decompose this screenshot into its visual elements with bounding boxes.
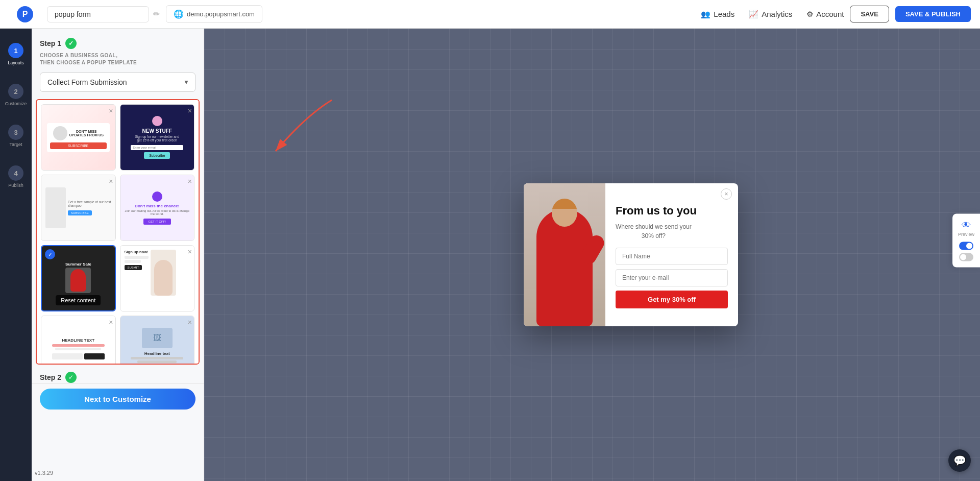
step-circle-4: 4 (8, 165, 23, 181)
preview-eye-icon: 👁 (962, 220, 971, 231)
template-card-6[interactable]: Sign up now! SUBMIT × (120, 245, 195, 311)
nav-analytics[interactable]: 📈 Analytics (749, 10, 792, 19)
step1-header: Step 1 ✓ (40, 38, 195, 49)
preview-toggle-2[interactable] (959, 253, 973, 261)
templates-grid: DON'T MISSUPDATES FROM US SUBSCRIBE × NE… (36, 99, 200, 365)
leads-icon: 👥 (701, 10, 710, 19)
step-panel: Step 1 ✓ CHOOSE A BUSINESS GOAL,THEN CHO… (32, 29, 204, 481)
step1-done-badge: ✓ (65, 38, 77, 49)
step-label-2: Customize (5, 101, 27, 106)
template-card-5[interactable]: Summer Sale ✓ Reset content (41, 245, 116, 311)
step1-title: Step 1 (40, 39, 61, 47)
step-nav-item-3[interactable]: 3 Target (0, 115, 32, 156)
popup-modal: × From us to you Where should we send yo… (524, 183, 738, 326)
analytics-icon: 📈 (749, 10, 758, 19)
arrow-annotation (245, 95, 347, 161)
nav-leads[interactable]: 👥 Leads (701, 10, 734, 19)
template-close-1[interactable]: × (109, 107, 113, 115)
popup-person-image (524, 183, 605, 326)
template-card-3[interactable]: Get a free sample of our best shampoo SU… (41, 175, 116, 241)
step-nav-item-2[interactable]: 2 Customize (0, 75, 32, 115)
left-nav: 1 Layouts 2 Customize 3 Target 4 Publish (0, 29, 32, 481)
version-badge: v1.3.29 (35, 470, 53, 476)
step2-badge: ✓ (65, 372, 77, 383)
goal-dropdown-wrapper: Collect Form Submission ▼ (40, 73, 195, 92)
template-close-8[interactable]: × (188, 318, 192, 326)
toggle-on (959, 242, 973, 250)
popup-content-side: × From us to you Where should we send yo… (605, 183, 738, 326)
popup-name-input[interactable] (47, 6, 149, 22)
step-label-3: Target (9, 142, 22, 147)
chat-icon: 💬 (953, 454, 966, 467)
template-card-8[interactable]: 🖼 Headline text Submit × (120, 316, 195, 365)
goal-dropdown[interactable]: Collect Form Submission (40, 73, 195, 92)
step1-subtitle: CHOOSE A BUSINESS GOAL,THEN CHOOSE A POP… (40, 52, 195, 66)
template-close-3[interactable]: × (109, 177, 113, 185)
toggle-off (959, 253, 973, 261)
app-logo: P (17, 6, 33, 22)
popup-subtitle: Where should we send your30% off? (616, 222, 692, 240)
preview-panel: 👁 Preview (952, 214, 980, 268)
step-circle-2: 2 (8, 84, 23, 99)
template-selected-badge-5: ✓ (45, 249, 55, 259)
step-nav-item-4[interactable]: 4 Publish (0, 156, 32, 197)
account-icon: ⚙ (806, 10, 813, 19)
template-card-7[interactable]: HEADLINE TEXT × (41, 316, 116, 365)
template-close-6[interactable]: × (188, 248, 192, 256)
template-card-4[interactable]: Don't miss the chance! Join our mailing … (120, 175, 195, 241)
step-label-4: Publish (8, 183, 23, 188)
top-header: P ✏ 🌐 demo.popupsmart.com 👥 Leads 📈 Anal… (0, 0, 980, 29)
popup-fullname-input[interactable] (616, 248, 728, 265)
popup-email-input[interactable] (616, 269, 728, 286)
preview-toggles (959, 242, 973, 261)
template-close-4[interactable]: × (188, 177, 192, 185)
template-close-7[interactable]: × (109, 318, 113, 326)
step2-indicator: Step 2 ✓ (32, 365, 204, 383)
popup-close-button[interactable]: × (721, 188, 732, 200)
template-card-1[interactable]: DON'T MISSUPDATES FROM US SUBSCRIBE × (41, 104, 116, 171)
reset-content-label[interactable]: Reset content (56, 295, 101, 305)
url-display: 🌐 demo.popupsmart.com (166, 5, 262, 23)
app-logo-area: P (9, 6, 41, 22)
preview-label: Preview (958, 232, 974, 237)
step-label-1: Layouts (8, 60, 24, 65)
step-nav-item-1[interactable]: 1 Layouts (0, 34, 32, 75)
popup-title: From us to you (616, 204, 697, 218)
step-circle-3: 3 (8, 125, 23, 140)
step-circle-1: 1 (8, 43, 23, 58)
popup-cta-button[interactable]: Get my 30% off (616, 291, 728, 308)
popup-name-wrapper: ✏ (47, 6, 160, 22)
globe-icon: 🌐 (174, 9, 184, 19)
preview-toggle-1[interactable] (959, 242, 973, 250)
next-to-customize-button[interactable]: Next to Customize (40, 389, 195, 410)
template-card-2[interactable]: NEW STUFF Sign up for our newsletter and… (120, 104, 195, 171)
save-button[interactable]: SAVE (850, 6, 889, 22)
url-text: demo.popupsmart.com (187, 10, 255, 18)
template-close-2[interactable]: × (188, 107, 192, 115)
main-canvas: × From us to you Where should we send yo… (204, 29, 980, 481)
chat-bubble[interactable]: 💬 (948, 449, 971, 472)
header-nav-links: 👥 Leads 📈 Analytics ⚙ Account (701, 10, 844, 19)
edit-icon[interactable]: ✏ (153, 9, 160, 19)
save-publish-button[interactable]: SAVE & PUBLISH (895, 6, 971, 22)
step-navigation: 1 Layouts 2 Customize 3 Target 4 Publish (0, 34, 32, 197)
preview-toggle-wrap[interactable]: 👁 Preview (958, 220, 974, 237)
nav-account[interactable]: ⚙ Account (806, 10, 844, 19)
popup-image-side (524, 183, 605, 326)
next-btn-wrapper: Next to Customize (32, 383, 204, 417)
